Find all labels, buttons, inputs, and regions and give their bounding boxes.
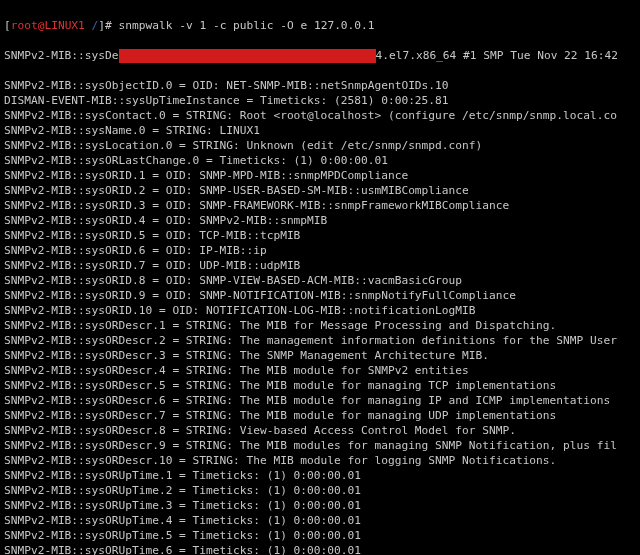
output-line: SNMPv2-MIB::sysORID.7 = OID: UDP-MIB::ud… bbox=[4, 258, 636, 273]
output-line: SNMPv2-MIB::sysORDescr.1 = STRING: The M… bbox=[4, 318, 636, 333]
output-line: SNMPv2-MIB::sysORID.3 = OID: SNMP-FRAMEW… bbox=[4, 198, 636, 213]
output-line: SNMPv2-MIB::sysORDescr.6 = STRING: The M… bbox=[4, 393, 636, 408]
output-line: SNMPv2-MIB::sysORID.5 = OID: TCP-MIB::tc… bbox=[4, 228, 636, 243]
output-line: SNMPv2-MIB::sysORUpTime.5 = Timeticks: (… bbox=[4, 528, 636, 543]
output-line: SNMPv2-MIB::sysORDescr.8 = STRING: View-… bbox=[4, 423, 636, 438]
output-line: SNMPv2-MIB::sysORDescr.4 = STRING: The M… bbox=[4, 363, 636, 378]
output-line: SNMPv2-MIB::sysORUpTime.2 = Timeticks: (… bbox=[4, 483, 636, 498]
output-line: SNMPv2-MIB::sysORDescr.3 = STRING: The S… bbox=[4, 348, 636, 363]
prompt-user-host: root@LINUX1 bbox=[11, 19, 85, 32]
output-line: SNMPv2-MIB::sysObjectID.0 = OID: NET-SNM… bbox=[4, 78, 636, 93]
output-line: SNMPv2-MIB::sysORDescr.5 = STRING: The M… bbox=[4, 378, 636, 393]
output-line: SNMPv2-MIB::sysLocation.0 = STRING: Unkn… bbox=[4, 138, 636, 153]
output-line: SNMPv2-MIB::sysORID.8 = OID: SNMP-VIEW-B… bbox=[4, 273, 636, 288]
output-text: 4.el7.x86_64 #1 SMP Tue Nov 22 16:42 bbox=[376, 49, 618, 62]
output-line: SNMPv2-MIB::sysORID.6 = OID: IP-MIB::ip bbox=[4, 243, 636, 258]
output-line: SNMPv2-MIB::sysORLastChange.0 = Timetick… bbox=[4, 153, 636, 168]
command-text: snmpwalk -v 1 -c public -O e 127.0.0.1 bbox=[119, 19, 375, 32]
output-line: SNMPv2-MIB::sysORID.2 = OID: SNMP-USER-B… bbox=[4, 183, 636, 198]
terminal[interactable]: [root@LINUX1 /]# snmpwalk -v 1 -c public… bbox=[0, 0, 640, 555]
output-line: SNMPv2-MIB::sysContact.0 = STRING: Root … bbox=[4, 108, 636, 123]
command-line: [root@LINUX1 /]# snmpwalk -v 1 -c public… bbox=[4, 18, 636, 33]
output-line: SNMPv2-MIB::sysORID.10 = OID: NOTIFICATI… bbox=[4, 303, 636, 318]
output-line: SNMPv2-MIB::sysORDescr.2 = STRING: The m… bbox=[4, 333, 636, 348]
output-line: SNMPv2-MIB::sysORUpTime.1 = Timeticks: (… bbox=[4, 468, 636, 483]
output-line: SNMPv2-MIB::sysORUpTime.6 = Timeticks: (… bbox=[4, 543, 636, 555]
output-line: SNMPv2-MIB::sysORDescr.7 = STRING: The M… bbox=[4, 408, 636, 423]
prompt-bracket-open: [ bbox=[4, 19, 11, 32]
output-line: SNMPv2-MIB::sysName.0 = STRING: LINUX1 bbox=[4, 123, 636, 138]
output-line: SNMPv2-MIB::sysORID.4 = OID: SNMPv2-MIB:… bbox=[4, 213, 636, 228]
output-line-0: SNMPv2-MIB::sysDe4.el7.x86_64 #1 SMP Tue… bbox=[4, 48, 636, 63]
terminal-output: SNMPv2-MIB::sysObjectID.0 = OID: NET-SNM… bbox=[4, 78, 636, 555]
output-line: DISMAN-EVENT-MIB::sysUpTimeInstance = Ti… bbox=[4, 93, 636, 108]
output-text: SNMPv2-MIB::sysDe bbox=[4, 49, 119, 62]
output-line: SNMPv2-MIB::sysORUpTime.3 = Timeticks: (… bbox=[4, 498, 636, 513]
output-line: SNMPv2-MIB::sysORID.1 = OID: SNMP-MPD-MI… bbox=[4, 168, 636, 183]
redacted-highlight bbox=[119, 49, 376, 63]
output-line: SNMPv2-MIB::sysORUpTime.4 = Timeticks: (… bbox=[4, 513, 636, 528]
output-line: SNMPv2-MIB::sysORDescr.9 = STRING: The M… bbox=[4, 438, 636, 453]
output-line: SNMPv2-MIB::sysORID.9 = OID: SNMP-NOTIFI… bbox=[4, 288, 636, 303]
output-line: SNMPv2-MIB::sysORDescr.10 = STRING: The … bbox=[4, 453, 636, 468]
prompt-hash: # bbox=[105, 19, 112, 32]
shell-prompt: [root@LINUX1 /]# bbox=[4, 19, 112, 32]
